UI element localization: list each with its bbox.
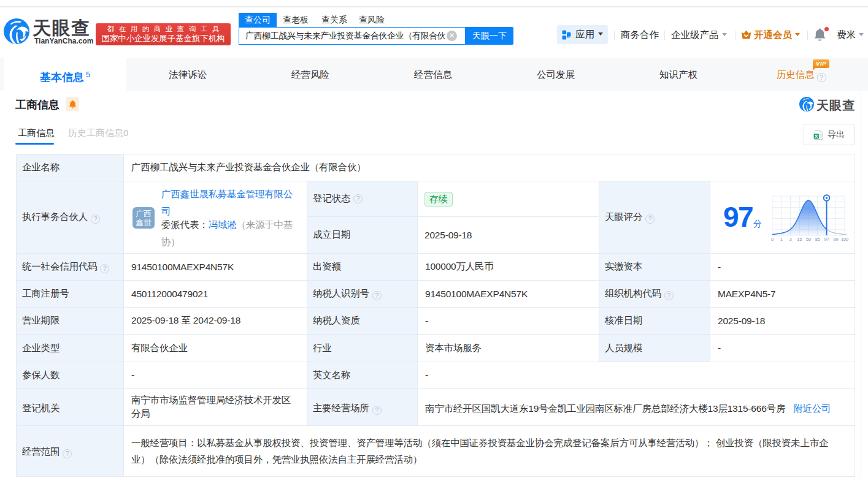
section-title: 工商信息 <box>15 97 60 112</box>
rep-name-link[interactable]: 冯域淞 <box>209 219 237 230</box>
field-value: 一般经营项目：以私募基金从事股权投资、投资管理、资产管理等活动（须在中国证券投资… <box>124 426 855 477</box>
clear-search-icon[interactable]: ✕ <box>447 31 457 41</box>
field-label: 出资额 <box>307 254 418 281</box>
brand-domain: TianYanCha.com <box>34 37 93 45</box>
field-label: 登记状态? <box>307 181 418 216</box>
menu-user[interactable]: 费米 <box>837 29 864 40</box>
search-tab-relation[interactable]: 查关系 <box>321 13 347 27</box>
table-row: 工商注册号 450112000479021 纳税人识别号? 91450100MA… <box>17 281 855 308</box>
field-label: 英文名称 <box>307 362 418 389</box>
table-row: 成立日期 2025-09-18 <box>307 217 599 253</box>
watermark-logo-icon <box>799 97 814 112</box>
excel-icon <box>813 130 823 140</box>
subtab-business-info[interactable]: 工商信息 <box>18 127 55 139</box>
field-label: 主要经营场所? <box>307 389 418 426</box>
help-icon[interactable]: ? <box>63 449 72 458</box>
field-value: 100000万人民币 <box>418 254 599 281</box>
promo-line1: 都在用的商业查询工具 <box>96 25 231 34</box>
tab-operation-info[interactable]: 经营信息 <box>372 58 494 91</box>
watermark-text: 天眼查 <box>816 97 855 114</box>
field-value: 南宁市市场监督管理局经济技术开发区分局 <box>124 389 307 426</box>
tab-intellectual-property[interactable]: 知识产权 <box>617 58 740 91</box>
table-row: 参保人数 - 英文名称 - <box>17 362 855 389</box>
field-value: 2025-09-18 <box>710 308 855 335</box>
svg-text:0: 0 <box>771 237 774 242</box>
notification-dot <box>824 27 829 31</box>
table-row: 登记机关 南宁市市场监督管理局经济技术开发区分局 主要经营场所? 南宁市经开区国… <box>17 389 855 426</box>
apps-menu[interactable]: 应用 <box>557 25 608 44</box>
monitor-bell-icon <box>69 100 77 108</box>
help-icon[interactable]: ? <box>372 291 382 300</box>
svg-text:99: 99 <box>833 237 838 242</box>
svg-text:97: 97 <box>824 237 829 242</box>
field-value: - <box>124 362 307 389</box>
search-tab-company[interactable]: 查公司 <box>239 13 277 27</box>
apps-grid-icon <box>562 30 572 40</box>
brand-name[interactable]: 天眼查 <box>33 19 91 37</box>
table-row: 登记状态? 存续 <box>307 181 599 217</box>
partner-company-link[interactable]: 广西鑫世晟私募基金管理有限公司 <box>161 189 293 216</box>
nearby-companies-link[interactable]: 附近公司 <box>793 403 831 414</box>
help-icon[interactable]: ? <box>645 214 655 224</box>
field-label: 纳税人识别号? <box>307 281 418 308</box>
vip-caret-icon <box>795 33 800 36</box>
search-button[interactable]: 天眼一下 <box>466 27 513 45</box>
svg-text:85: 85 <box>815 237 820 242</box>
svg-text:50: 50 <box>806 237 811 242</box>
company-avatar[interactable]: 广西鑫世 <box>133 207 155 229</box>
tab-legal[interactable]: 法律诉讼 <box>126 58 249 91</box>
table-row: 企业类型 有限合伙企业 行业 资本市场服务 人员规模 - <box>17 335 855 362</box>
page: 天眼查 TianYanCha.com 都在用的商业查询工具 国家中小企业发展子基… <box>0 0 868 478</box>
tianyancha-logo-icon[interactable] <box>4 18 29 44</box>
field-value: 2025-09-18 <box>418 217 599 253</box>
menu-enterprise[interactable]: 企业级产品 <box>671 29 727 40</box>
field-value: 91450100MAEXP4N57K <box>124 254 307 281</box>
field-value: 存续 <box>418 181 599 216</box>
field-label: 成立日期 <box>307 217 418 253</box>
menu-divider <box>831 31 831 40</box>
help-icon[interactable]: ? <box>91 214 100 224</box>
table-row: 执行事务合伙人? 广西鑫世 广西鑫世晟私募基金管理有限公司 委派代表：冯域淞（来… <box>17 181 855 254</box>
field-value: 91450100MAEXP4N57K <box>418 281 599 308</box>
enterprise-caret-icon <box>722 33 727 36</box>
help-icon[interactable]: ? <box>100 264 109 273</box>
field-value: 450112000479021 <box>124 281 307 308</box>
menu-vip[interactable]: 开通会员 <box>741 29 800 40</box>
table-row: 经营范围? 一般经营项目：以私募基金从事股权投资、投资管理、资产管理等活动（须在… <box>17 426 855 477</box>
table-row: 营业期限 2025-09-18 至 2042-09-18 纳税人资质 - 核准日… <box>17 308 855 335</box>
field-value: MAEXP4N5-7 <box>710 281 855 308</box>
export-button[interactable]: 导出 <box>804 124 855 145</box>
field-label: 统一社会信用代码? <box>17 254 124 281</box>
field-label: 登记机关 <box>17 389 124 426</box>
score-chart: 0131550859799100 <box>710 181 855 254</box>
notification-bell[interactable] <box>814 28 830 42</box>
field-label: 企业名称 <box>17 154 124 181</box>
search-tab-risk[interactable]: 查风险 <box>359 13 385 27</box>
help-icon[interactable]: ? <box>664 291 674 300</box>
history-help-icon[interactable]: ? <box>817 73 826 82</box>
search-tab-boss[interactable]: 查老板 <box>283 13 309 27</box>
subtab-history-business-info[interactable]: 历史工商信息0 <box>68 127 128 139</box>
table-row: 统一社会信用代码? 91450100MAEXP4N57K 出资额 100000万… <box>17 254 855 281</box>
main-nav: 基本信息5 法律诉讼 经营风险 经营信息 公司发展 知识产权 历史信息? VIP <box>0 58 868 91</box>
monitor-bell-button[interactable] <box>66 97 79 111</box>
field-label: 工商注册号 <box>17 281 124 308</box>
tab-company-development[interactable]: 公司发展 <box>494 58 617 91</box>
help-icon[interactable]: ? <box>372 406 382 415</box>
rep-prefix: 委派代表： <box>161 219 209 230</box>
tab-operation-risk[interactable]: 经营风险 <box>249 58 372 91</box>
field-label: 执行事务合伙人? <box>17 181 124 254</box>
field-label: 营业期限 <box>17 308 124 335</box>
tab-basic-info[interactable]: 基本信息5 <box>4 58 126 91</box>
field-label: 纳税人资质 <box>307 308 418 335</box>
table-row: 企业名称 广西柳工战兴与未来产业投资基金合伙企业（有限合伙） <box>17 154 855 181</box>
status-badge: 存续 <box>424 192 453 207</box>
menu-cooperation[interactable]: 商务合作 <box>621 29 659 40</box>
menu-divider <box>807 31 808 40</box>
business-info-table: 企业名称 广西柳工战兴与未来产业投资基金合伙企业（有限合伙） 执行事务合伙人? … <box>16 154 855 477</box>
apps-caret-icon <box>598 32 603 36</box>
tab-history-info[interactable]: 历史信息? VIP <box>740 58 862 91</box>
search-input[interactable]: 广西柳工战兴与未来产业投资基金合伙企业（有限合伙 <box>239 27 466 45</box>
help-icon[interactable]: ? <box>353 194 363 203</box>
basic-info-count: 5 <box>86 70 90 79</box>
